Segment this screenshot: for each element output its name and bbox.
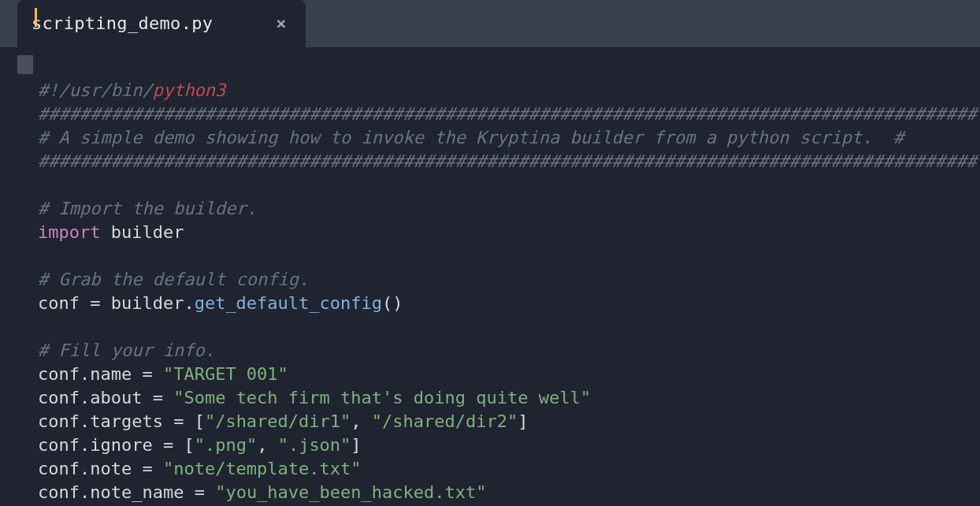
val-about: "Some tech firm that's doing quite well" xyxy=(173,388,591,407)
bracket-close: ] xyxy=(351,435,361,455)
file-tab[interactable]: scripting_demo.py × xyxy=(17,0,306,47)
blank-line xyxy=(38,175,48,195)
editor[interactable]: #!/usr/bin/python3 #####################… xyxy=(0,47,980,506)
var-conf: conf xyxy=(38,388,80,407)
dot: . xyxy=(80,435,90,455)
attr-note-name: note_name xyxy=(90,482,184,502)
gutter-highlight xyxy=(17,55,33,74)
mod-builder: builder xyxy=(111,293,184,313)
val-target1: "/shared/dir1" xyxy=(205,411,351,431)
code-content[interactable]: #!/usr/bin/python3 #####################… xyxy=(35,47,980,506)
gutter xyxy=(0,47,35,506)
hash-line: ########################################… xyxy=(38,104,977,124)
shebang-interpreter: python3 xyxy=(153,80,226,100)
comment-grab: # Grab the default config. xyxy=(38,270,309,289)
mod-builder: builder xyxy=(111,222,184,242)
comment-import: # Import the builder. xyxy=(38,199,257,218)
val-name: "TARGET 001" xyxy=(163,364,288,384)
dot: . xyxy=(80,482,90,502)
var-conf: conf xyxy=(38,435,80,455)
close-icon[interactable]: × xyxy=(276,12,286,35)
comma: , xyxy=(351,411,372,431)
text-cursor xyxy=(35,8,37,27)
comment-fill: # Fill your info. xyxy=(38,340,215,360)
fn-get-default-config: get_default_config xyxy=(195,293,382,313)
attr-targets: targets xyxy=(90,411,163,431)
eq: = xyxy=(132,364,163,384)
bracket-open: [ xyxy=(195,411,205,431)
dot: . xyxy=(80,388,90,407)
hash-line: ########################################… xyxy=(38,151,977,171)
dot: . xyxy=(80,459,90,478)
kw-import: import xyxy=(38,222,100,242)
val-ignore2: ".json" xyxy=(278,435,351,455)
attr-ignore: ignore xyxy=(90,435,152,455)
var-conf: conf xyxy=(38,293,80,313)
eq: = xyxy=(80,293,111,313)
dot: . xyxy=(184,293,194,313)
banner-text: # A simple demo showing how to invoke th… xyxy=(38,128,893,147)
banner-end: # xyxy=(893,128,904,147)
var-conf: conf xyxy=(38,459,80,478)
dot: . xyxy=(80,411,90,431)
tab-title: scripting_demo.py xyxy=(32,12,213,35)
shebang-path: #!/usr/bin/ xyxy=(38,80,153,100)
parens: () xyxy=(382,293,403,313)
sp xyxy=(100,222,110,242)
dot: . xyxy=(80,364,90,384)
val-target2: "/shared/dir2" xyxy=(372,411,518,431)
eq: = xyxy=(184,482,215,502)
var-conf: conf xyxy=(38,482,80,502)
comma: , xyxy=(257,435,278,455)
eq: = xyxy=(132,459,163,478)
bracket-open: [ xyxy=(184,435,194,455)
bracket-close: ] xyxy=(518,411,528,431)
val-ignore1: ".png" xyxy=(195,435,257,455)
val-note-name: "you_have_been_hacked.txt" xyxy=(215,482,486,502)
blank-line xyxy=(38,246,48,266)
attr-note: note xyxy=(90,459,132,478)
val-note: "note/template.txt" xyxy=(163,459,362,478)
blank-line xyxy=(38,317,48,337)
attr-name: name xyxy=(90,364,132,384)
eq: = xyxy=(142,388,173,407)
var-conf: conf xyxy=(38,411,80,431)
var-conf: conf xyxy=(38,364,80,384)
eq: = xyxy=(163,411,195,431)
tab-bar: scripting_demo.py × xyxy=(0,0,980,47)
attr-about: about xyxy=(90,388,142,407)
eq: = xyxy=(153,435,184,455)
